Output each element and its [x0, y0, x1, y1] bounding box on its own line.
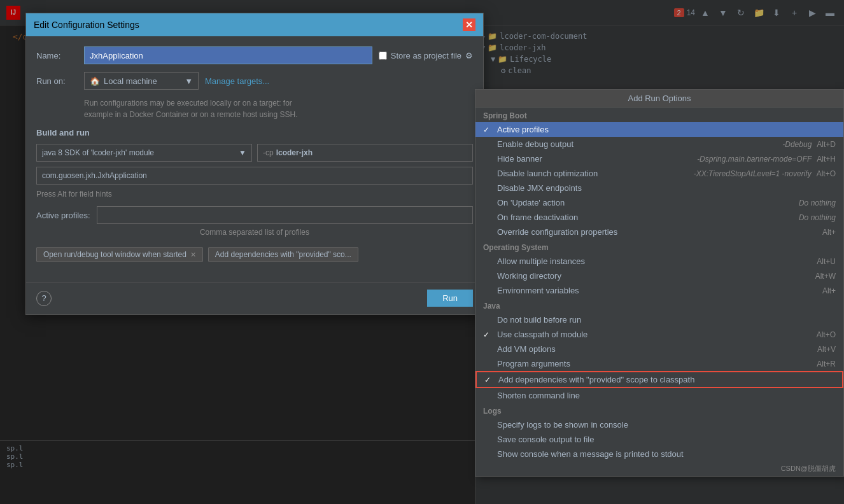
menu-item-flag: -Dspring.main.banner-mode=OFF	[697, 155, 812, 164]
menu-item-active-profiles[interactable]: ✓ Active profiles	[475, 122, 843, 137]
check-icon: ✓	[484, 375, 493, 384]
menu-item-shortcut: Alt+H	[817, 155, 836, 164]
menu-item-label: On frame deactivation	[497, 213, 794, 222]
run-on-dropdown[interactable]: 🏠 Local machine ▼	[84, 72, 199, 90]
dialog-titlebar: Edit Configuration Settings ✕	[26, 13, 483, 36]
menu-item-hide-banner[interactable]: Hide banner -Dspring.main.banner-mode=OF…	[475, 151, 843, 166]
run-button[interactable]: Run	[427, 290, 473, 307]
menu-item-shortcut: Alt+D	[817, 140, 836, 149]
menu-item-disable-jmx[interactable]: Disable JMX endpoints	[475, 181, 843, 195]
profiles-row: Active profiles:	[36, 206, 473, 224]
menu-item-label: Enable debug output	[497, 139, 777, 149]
menu-item-flag: Do nothing	[799, 213, 836, 222]
sdk-value: java 8 SDK of 'lcoder-jxh' module	[42, 148, 154, 157]
menu-item-no-build[interactable]: Do not build before run	[475, 312, 843, 327]
run-on-value: Local machine	[104, 76, 157, 86]
run-on-row: Run on: 🏠 Local machine ▼ Manage targets…	[36, 72, 473, 90]
menu-item-flag: Do nothing	[799, 199, 836, 207]
help-button[interactable]: ?	[36, 291, 52, 306]
menu-item-enable-debug[interactable]: Enable debug output -Ddebug Alt+D	[475, 137, 843, 151]
add-run-options-dropdown: Add Run Options Spring Boot ✓ Active pro…	[475, 89, 844, 477]
gear-settings-icon[interactable]: ⚙	[465, 51, 473, 60]
menu-item-flag: -XX:TieredStopAtLevel=1 -noverify	[694, 169, 812, 178]
check-icon: ✓	[483, 125, 492, 134]
store-checkbox-row: Store as project file ⚙	[379, 51, 473, 60]
main-class-row	[36, 167, 473, 185]
build-run-section-title: Build and run	[36, 128, 473, 137]
section-operating-system: Operating System	[475, 239, 843, 254]
cp-value: lcoder-jxh	[276, 148, 313, 157]
name-label: Name:	[36, 51, 78, 60]
menu-item-shorten-cmd[interactable]: Shorten command line	[475, 388, 843, 403]
menu-item-save-console[interactable]: Save console output to file	[475, 432, 843, 447]
dialog-body: Name: Store as project file ⚙ Run on: 🏠 …	[26, 36, 483, 283]
cp-input[interactable]: -cp lcoder-jxh	[257, 144, 473, 162]
menu-item-add-deps-provided[interactable]: ✓ Add dependencies with "provided" scope…	[475, 371, 843, 388]
tag-2: Add dependencies with "provided" sco...	[208, 247, 358, 262]
menu-item-shortcut: Alt+V	[817, 345, 836, 354]
manage-targets-link[interactable]: Manage targets...	[205, 76, 269, 86]
menu-item-label: Shorten command line	[497, 391, 836, 400]
tag-1-close-icon[interactable]: ✕	[190, 251, 196, 259]
menu-item-env-vars[interactable]: Environment variables Alt+	[475, 283, 843, 298]
menu-item-shortcut: Alt+R	[817, 360, 836, 368]
menu-item-vm-options[interactable]: Add VM options Alt+V	[475, 342, 843, 356]
dropdown-header: Add Run Options	[475, 90, 843, 108]
menu-item-shortcut: Alt+O	[817, 330, 836, 339]
build-run-sdk-row: java 8 SDK of 'lcoder-jxh' module ▼ -cp …	[36, 144, 473, 162]
menu-item-frame-deactivation[interactable]: On frame deactivation Do nothing	[475, 210, 843, 225]
menu-item-flag: -Ddebug	[782, 140, 812, 149]
tag-1-label: Open run/debug tool window when started	[43, 250, 186, 259]
menu-item-label: Override configuration properties	[497, 227, 817, 237]
menu-item-label: Disable JMX endpoints	[497, 183, 836, 193]
field-hints: Press Alt for field hints	[36, 190, 473, 199]
menu-item-allow-multiple[interactable]: Allow multiple instances Alt+U	[475, 254, 843, 269]
section-logs: Logs	[475, 403, 843, 417]
section-spring-boot: Spring Boot	[475, 108, 843, 122]
menu-item-label: On 'Update' action	[497, 198, 794, 207]
menu-item-use-classpath[interactable]: ✓ Use classpath of module Alt+O	[475, 327, 843, 342]
store-checkbox[interactable]	[379, 52, 387, 60]
menu-item-show-console-stdout[interactable]: Show console when a message is printed t…	[475, 447, 843, 461]
menu-item-label: Use classpath of module	[497, 330, 812, 339]
menu-item-disable-launch[interactable]: Disable launch optimization -XX:TieredSt…	[475, 166, 843, 181]
menu-item-label: Do not build before run	[497, 315, 836, 325]
menu-item-update-action[interactable]: On 'Update' action Do nothing	[475, 195, 843, 210]
edit-configuration-dialog: Edit Configuration Settings ✕ Name: Stor…	[25, 13, 484, 315]
menu-item-label: Add dependencies with "provided" scope t…	[498, 375, 834, 384]
main-class-input[interactable]	[36, 167, 473, 185]
store-label: Store as project file	[391, 51, 461, 60]
run-description: Run configurations may be executed local…	[84, 97, 473, 120]
menu-item-label: Specify logs to be shown in console	[497, 420, 836, 430]
dialog-footer: ? Run	[26, 283, 483, 314]
dialog-title: Edit Configuration Settings	[34, 20, 139, 30]
tag-1: Open run/debug tool window when started …	[36, 247, 203, 262]
menu-item-shortcut: Alt+U	[817, 257, 836, 266]
menu-item-label: Program arguments	[497, 359, 812, 368]
tag-2-label: Add dependencies with "provided" sco...	[215, 250, 351, 259]
check-icon: ✓	[483, 330, 492, 339]
menu-item-shortcut: Alt+W	[815, 272, 836, 281]
name-input[interactable]	[84, 46, 372, 64]
menu-item-label: Working directory	[497, 271, 810, 281]
active-profiles-label: Active profiles:	[36, 211, 90, 220]
menu-item-working-dir[interactable]: Working directory Alt+W	[475, 269, 843, 283]
menu-item-label: Hide banner	[497, 154, 692, 164]
menu-item-specify-logs[interactable]: Specify logs to be shown in console	[475, 417, 843, 432]
profiles-input[interactable]	[97, 206, 473, 224]
dialog-close-button[interactable]: ✕	[463, 18, 475, 31]
menu-item-label: Environment variables	[497, 286, 817, 295]
menu-item-shortcut: Alt+	[822, 286, 836, 295]
sdk-dropdown[interactable]: java 8 SDK of 'lcoder-jxh' module ▼	[36, 144, 252, 162]
name-row: Name: Store as project file ⚙	[36, 46, 473, 64]
tags-row: Open run/debug tool window when started …	[36, 247, 473, 262]
menu-item-label: Disable launch optimization	[497, 169, 689, 178]
menu-item-label: Show console when a message is printed t…	[497, 449, 836, 459]
menu-item-label: Add VM options	[497, 344, 812, 354]
menu-item-program-args[interactable]: Program arguments Alt+R	[475, 356, 843, 371]
menu-item-shortcut: Alt+O	[817, 169, 836, 178]
section-java: Java	[475, 298, 843, 312]
menu-item-label: Allow multiple instances	[497, 256, 812, 266]
profiles-hint: Comma separated list of profiles	[36, 228, 473, 237]
menu-item-override-config[interactable]: Override configuration properties Alt+	[475, 225, 843, 239]
